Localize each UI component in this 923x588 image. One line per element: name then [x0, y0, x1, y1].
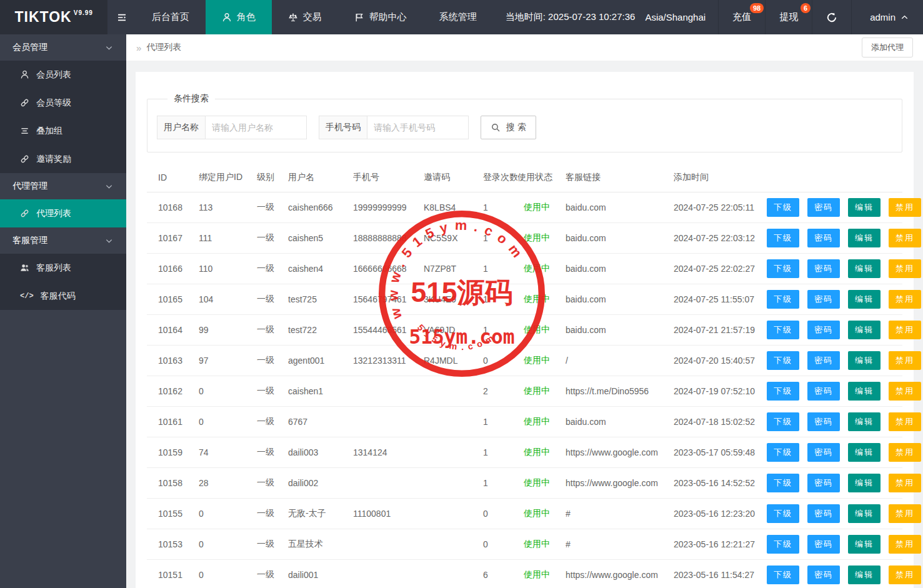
withdraw-label: 提现 [779, 11, 798, 23]
action-subordinates-button[interactable]: 下级 [767, 535, 799, 554]
action-subordinates-button[interactable]: 下级 [767, 504, 799, 523]
agent-table-wrap: ID绑定用户ID级别用户名手机号邀请码登录次数使用状态客服链接添加时间 1016… [147, 163, 902, 588]
action-password-button[interactable]: 密码 [807, 229, 840, 247]
cell-link: baidu.com [566, 253, 674, 284]
action-edit-button[interactable]: 编辑 [848, 504, 881, 523]
action-edit-button[interactable]: 编辑 [848, 412, 881, 431]
table-row: 101620一级caishen12使用中https://t.me/Dino595… [147, 376, 902, 406]
cell-username: test722 [288, 314, 353, 345]
action-edit-button[interactable]: 编辑 [848, 351, 881, 370]
cell-time: 2024-07-21 21:57:19 [674, 314, 767, 345]
cell-logins: 1 [471, 192, 517, 222]
action-password-button[interactable]: 密码 [807, 351, 840, 370]
sidebar-item-label: 会员等级 [36, 97, 71, 109]
sidebar-toggle-button[interactable] [107, 0, 135, 34]
username-input[interactable] [206, 116, 307, 139]
sidebar: 会员管理会员列表会员等级叠加组邀请奖励代理管理代理列表客服管理客服列表</>客服… [0, 34, 126, 588]
action-edit-button[interactable]: 编辑 [848, 290, 881, 309]
sidebar-item-member-list[interactable]: 会员列表 [0, 61, 126, 89]
user-icon [222, 12, 232, 22]
action-disable-button[interactable]: 禁用 [889, 504, 921, 523]
action-disable-button[interactable]: 禁用 [889, 443, 921, 462]
phone-input[interactable] [367, 116, 469, 139]
search-button[interactable]: 搜 索 [481, 116, 536, 139]
action-subordinates-button[interactable]: 下级 [767, 229, 799, 247]
action-subordinates-button[interactable]: 下级 [767, 290, 799, 309]
action-disable-button[interactable]: 禁用 [889, 351, 921, 370]
action-disable-button[interactable]: 禁用 [889, 566, 921, 584]
action-edit-button[interactable]: 编辑 [848, 535, 881, 554]
action-edit-button[interactable]: 编辑 [848, 259, 881, 278]
flag-icon [354, 12, 364, 22]
action-subordinates-button[interactable]: 下级 [767, 321, 799, 339]
action-password-button[interactable]: 密码 [807, 443, 840, 462]
action-subordinates-button[interactable]: 下级 [767, 443, 799, 462]
action-subordinates-button[interactable]: 下级 [767, 351, 799, 370]
action-password-button[interactable]: 密码 [807, 566, 840, 584]
topnav-tab-trade[interactable]: 交易 [272, 0, 338, 34]
action-subordinates-button[interactable]: 下级 [767, 259, 799, 278]
cell-bind_id: 0 [199, 376, 257, 406]
action-edit-button[interactable]: 编辑 [848, 198, 881, 217]
action-password-button[interactable]: 密码 [807, 504, 840, 523]
sidebar-group-service-management[interactable]: 客服管理 [0, 227, 126, 254]
action-password-button[interactable]: 密码 [807, 321, 840, 339]
action-password-button[interactable]: 密码 [807, 382, 840, 401]
brand-logo[interactable]: TIKTOK V9.99 [0, 0, 107, 34]
add-agent-button[interactable]: 添加代理 [862, 37, 913, 57]
refresh-button[interactable] [812, 0, 851, 34]
action-subordinates-button[interactable]: 下级 [767, 412, 799, 431]
action-password-button[interactable]: 密码 [807, 198, 840, 217]
action-edit-button[interactable]: 编辑 [848, 443, 881, 462]
search-panel-legend: 条件搜索 [167, 93, 215, 104]
action-disable-button[interactable]: 禁用 [889, 290, 921, 309]
topnav-tab-roles[interactable]: 角色 [206, 0, 272, 34]
topnav-tab-system[interactable]: 系统管理 [423, 0, 493, 34]
cell-actions: 下级密码编辑禁用 [767, 222, 902, 253]
action-password-button[interactable]: 密码 [807, 412, 840, 431]
action-disable-button[interactable]: 禁用 [889, 229, 921, 247]
action-edit-button[interactable]: 编辑 [848, 566, 881, 584]
sidebar-item-service-list[interactable]: 客服列表 [0, 254, 126, 282]
sidebar-item-member-level[interactable]: 会员等级 [0, 89, 126, 117]
action-disable-button[interactable]: 禁用 [889, 412, 921, 431]
cell-level: 一级 [257, 559, 288, 588]
action-disable-button[interactable]: 禁用 [889, 321, 921, 339]
cell-status: 使用中 [517, 467, 566, 498]
action-edit-button[interactable]: 编辑 [848, 321, 881, 339]
cell-actions: 下级密码编辑禁用 [767, 253, 902, 284]
topnav-tab-help[interactable]: 帮助中心 [338, 0, 423, 34]
withdraw-menu-item[interactable]: 提现 6 [765, 0, 812, 34]
action-edit-button[interactable]: 编辑 [848, 229, 881, 247]
user-menu[interactable]: admin [851, 0, 923, 34]
action-password-button[interactable]: 密码 [807, 535, 840, 554]
action-subordinates-button[interactable]: 下级 [767, 566, 799, 584]
sidebar-item-invite-reward[interactable]: 邀请奖励 [0, 145, 126, 173]
sidebar-item-stack-group[interactable]: 叠加组 [0, 117, 126, 145]
cell-link: baidu.com [566, 192, 674, 222]
action-disable-button[interactable]: 禁用 [889, 259, 921, 278]
action-password-button[interactable]: 密码 [807, 474, 840, 492]
topnav-tab-home[interactable]: 后台首页 [136, 0, 206, 34]
action-disable-button[interactable]: 禁用 [889, 382, 921, 401]
sidebar-group-member-management[interactable]: 会员管理 [0, 34, 126, 61]
sidebar-item-agent-list[interactable]: 代理列表 [0, 199, 126, 227]
cell-id: 10164 [147, 314, 199, 345]
action-disable-button[interactable]: 禁用 [889, 474, 921, 492]
recharge-menu-item[interactable]: 充值 98 [718, 0, 765, 34]
action-password-button[interactable]: 密码 [807, 259, 840, 278]
link-icon [20, 98, 29, 107]
action-edit-button[interactable]: 编辑 [848, 474, 881, 492]
action-edit-button[interactable]: 编辑 [848, 382, 881, 401]
action-disable-button[interactable]: 禁用 [889, 198, 921, 217]
sidebar-item-service-code[interactable]: </>客服代码 [0, 282, 126, 310]
cell-username: daili002 [288, 467, 353, 498]
cell-time: 2024-07-18 15:02:52 [674, 406, 767, 437]
action-subordinates-button[interactable]: 下级 [767, 198, 799, 217]
action-subordinates-button[interactable]: 下级 [767, 382, 799, 401]
phone-input-group: 手机号码 [319, 116, 469, 139]
action-subordinates-button[interactable]: 下级 [767, 474, 799, 492]
sidebar-group-agent-management[interactable]: 代理管理 [0, 173, 126, 199]
action-password-button[interactable]: 密码 [807, 290, 840, 309]
action-disable-button[interactable]: 禁用 [889, 535, 921, 554]
